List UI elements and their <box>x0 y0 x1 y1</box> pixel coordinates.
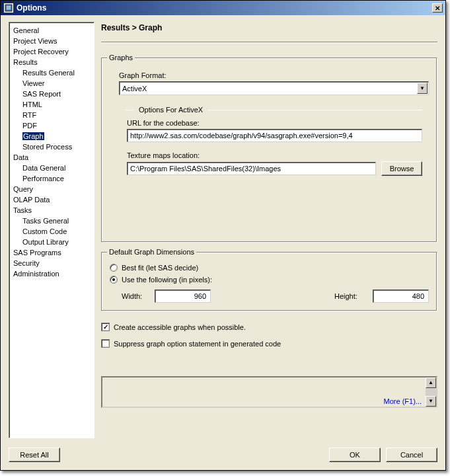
graph-format-label: Graph Format: <box>119 71 429 79</box>
description-box: ▲ ▼ More (F1)... <box>101 376 437 408</box>
tree-item-data[interactable]: Data <box>11 152 93 163</box>
tree-item-output-library[interactable]: Output Library <box>11 237 93 247</box>
tree-item-viewer[interactable]: Viewer <box>11 78 93 89</box>
height-label: Height: <box>334 292 367 300</box>
titlebar: Options ✕ <box>1 1 445 15</box>
tree-item-stored-process[interactable]: Stored Process <box>11 141 93 152</box>
category-tree[interactable]: GeneralProject ViewsProject RecoveryResu… <box>9 22 94 438</box>
tree-item-general[interactable]: General <box>11 25 93 36</box>
ok-button[interactable]: OK <box>329 448 381 462</box>
reset-all-button[interactable]: Reset All <box>9 448 60 462</box>
graphs-fieldset: Graphs Graph Format: ActiveX ▼ Options F… <box>101 58 437 243</box>
dialog-footer: Reset All OK Cancel <box>9 448 437 462</box>
tree-item-graph[interactable]: Graph <box>11 131 93 141</box>
tree-item-pdf[interactable]: PDF <box>11 120 93 131</box>
suppress-label: Suppress graph option statement in gener… <box>114 340 281 348</box>
cancel-button[interactable]: Cancel <box>386 448 437 462</box>
breadcrumb: Results > Graph <box>101 22 437 42</box>
scroll-up-icon[interactable]: ▲ <box>426 377 436 388</box>
dimensions-fieldset: Default Graph Dimensions Best fit (let S… <box>101 252 437 311</box>
window-title: Options <box>17 3 432 13</box>
checkbox-icon <box>101 323 110 331</box>
texture-input[interactable] <box>127 162 376 175</box>
tree-item-performance[interactable]: Performance <box>11 173 93 184</box>
use-following-radio[interactable]: Use the following (in pixels): <box>110 274 429 286</box>
scroll-down-icon[interactable]: ▼ <box>426 396 436 407</box>
tree-item-administration[interactable]: Administration <box>11 268 93 279</box>
chevron-down-icon: ▼ <box>417 83 428 94</box>
close-button[interactable]: ✕ <box>432 3 443 13</box>
tree-item-html[interactable]: HTML <box>11 99 93 110</box>
suppress-checkbox[interactable]: Suppress graph option statement in gener… <box>101 337 437 350</box>
graphs-legend: Graphs <box>107 54 135 61</box>
divider <box>101 42 437 43</box>
tree-item-results[interactable]: Results <box>11 57 93 67</box>
tree-item-sas-report[interactable]: SAS Report <box>11 89 93 99</box>
dimensions-legend: Default Graph Dimensions <box>107 248 196 256</box>
options-for-label: Options For ActiveX <box>139 106 203 114</box>
tree-item-project-recovery[interactable]: Project Recovery <box>11 46 93 57</box>
radio-icon <box>110 264 118 272</box>
radio-icon <box>110 276 118 284</box>
more-link[interactable]: More (F1)... <box>384 397 422 405</box>
height-input[interactable] <box>373 290 429 303</box>
best-fit-radio[interactable]: Best fit (let SAS decide) <box>110 262 429 274</box>
graph-format-value: ActiveX <box>120 85 416 93</box>
url-input[interactable] <box>127 129 422 142</box>
tree-item-project-views[interactable]: Project Views <box>11 36 93 46</box>
width-input[interactable] <box>155 290 211 303</box>
scrollbar[interactable]: ▲ ▼ <box>426 377 436 407</box>
browse-button[interactable]: Browse <box>381 161 422 176</box>
tree-item-security[interactable]: Security <box>11 258 93 268</box>
tree-item-rtf[interactable]: RTF <box>11 110 93 120</box>
tree-item-custom-code[interactable]: Custom Code <box>11 226 93 237</box>
checkbox-icon <box>101 339 110 348</box>
url-label: URL for the codebase: <box>127 119 422 127</box>
best-fit-label: Best fit (let SAS decide) <box>122 264 198 272</box>
texture-label: Texture maps location: <box>127 151 422 159</box>
tree-item-sas-programs[interactable]: SAS Programs <box>11 247 93 258</box>
app-icon <box>3 3 14 13</box>
tree-item-data-general[interactable]: Data General <box>11 163 93 173</box>
width-label: Width: <box>110 292 149 300</box>
main-panel: Results > Graph Graphs Graph Format: Act… <box>101 22 437 438</box>
accessible-label: Create accessible graphs when possible. <box>114 323 246 331</box>
tree-item-results-general[interactable]: Results General <box>11 67 93 78</box>
accessible-checkbox[interactable]: Create accessible graphs when possible. <box>101 321 437 333</box>
use-following-label: Use the following (in pixels): <box>122 276 212 284</box>
tree-item-tasks[interactable]: Tasks <box>11 205 93 216</box>
tree-item-olap-data[interactable]: OLAP Data <box>11 194 93 205</box>
options-dialog: Options ✕ GeneralProject ViewsProject Re… <box>0 0 446 471</box>
tree-item-query[interactable]: Query <box>11 184 93 194</box>
tree-item-tasks-general[interactable]: Tasks General <box>11 216 93 226</box>
graph-format-select[interactable]: ActiveX ▼ <box>119 81 429 95</box>
